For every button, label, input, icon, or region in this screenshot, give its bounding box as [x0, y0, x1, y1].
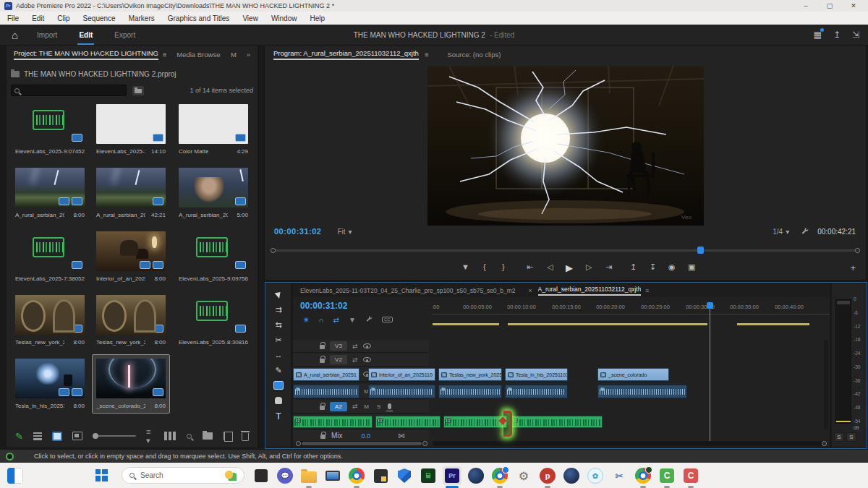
- source-assign-empty[interactable]: [297, 402, 315, 411]
- timeline-vertical-scrollbar[interactable]: [824, 340, 828, 429]
- solo-right-button[interactable]: S: [846, 432, 856, 442]
- lock-icon[interactable]: [320, 345, 325, 349]
- source-assign-empty[interactable]: [297, 355, 315, 364]
- monitor-settings-wrench-icon[interactable]: [801, 227, 809, 236]
- delete-icon[interactable]: [242, 433, 249, 441]
- sync-lock-icon[interactable]: ⇄: [352, 356, 358, 364]
- lock-icon[interactable]: [320, 435, 326, 439]
- mute-button[interactable]: M: [363, 403, 370, 410]
- automate-to-sequence-icon[interactable]: [164, 432, 176, 440]
- project-breadcrumb[interactable]: THE MAN WHO HACKED LIGHTNING 2.prproj: [11, 67, 253, 80]
- track-output-eye-icon[interactable]: [363, 357, 371, 362]
- audio-clip[interactable]: fx: [505, 385, 568, 398]
- mark-out-icon[interactable]: }: [502, 262, 505, 271]
- project-item-audio[interactable]: ElevenLabs_2025-...7:38052: [15, 231, 85, 282]
- close-icon[interactable]: ×: [529, 287, 532, 294]
- audio-clip[interactable]: fx: [293, 385, 359, 398]
- audio-clip[interactable]: fx: [438, 385, 502, 398]
- comparison-view-icon[interactable]: ▣: [688, 262, 695, 272]
- menu-file[interactable]: File: [7, 14, 19, 22]
- mix-gain-value[interactable]: 0.0: [362, 432, 371, 440]
- circle-app-icon[interactable]: [467, 466, 485, 485]
- file-explorer-icon[interactable]: [299, 466, 318, 485]
- project-item-audio[interactable]: ElevenLabs_2025-...8:30816: [179, 295, 248, 346]
- fit-track-icon[interactable]: ⋈: [398, 432, 405, 440]
- defender-shield-icon[interactable]: [395, 466, 414, 485]
- playback-resolution-dropdown[interactable]: 1/4▾: [773, 228, 789, 236]
- timeline-ruler[interactable]: 00:00 00:00:05:00 00:00:10:00 00:00:15:0…: [433, 299, 830, 327]
- extract-icon[interactable]: ↧: [650, 262, 656, 272]
- new-bin-icon[interactable]: [203, 432, 213, 440]
- music-clip[interactable]: fx: [293, 416, 373, 428]
- project-item-video[interactable]: A_rural_serbian_202...42:21: [96, 168, 166, 218]
- tab-audio-clip[interactable]: ElevenLabs_2025-11-03T20_04_25_Charlie_p…: [300, 287, 516, 294]
- linked-selection-icon[interactable]: ⇄: [333, 316, 339, 324]
- pen-tool[interactable]: ✎: [275, 365, 281, 375]
- fullscreen-icon[interactable]: ⇲: [852, 30, 859, 40]
- notes-app-icon[interactable]: [371, 466, 390, 485]
- emulator-icon[interactable]: ⌸: [419, 466, 438, 485]
- track-target-v3[interactable]: V3: [330, 341, 347, 351]
- taskbar-search[interactable]: Search: [122, 467, 244, 484]
- solo-left-button[interactable]: S: [834, 432, 844, 442]
- go-to-in-icon[interactable]: ⇤: [527, 262, 533, 272]
- timeline-clip[interactable]: fxTesla_in_his_20251103: [505, 368, 568, 381]
- track-output-eye-icon[interactable]: [363, 343, 371, 348]
- circle-app-2-icon[interactable]: [562, 466, 581, 485]
- type-tool[interactable]: T: [276, 411, 281, 421]
- project-item-color-matte[interactable]: Color Matte4:29: [179, 104, 248, 155]
- p-app-icon[interactable]: p: [538, 466, 557, 485]
- workspaces-icon[interactable]: ▦: [814, 30, 822, 40]
- project-item-video[interactable]: A_rural_serbian_2025...8:00: [15, 168, 85, 218]
- pc-app-icon[interactable]: [323, 466, 342, 485]
- panel-menu-icon[interactable]: ≡: [425, 51, 429, 59]
- task-view-icon[interactable]: [252, 466, 271, 485]
- camtasia-icon[interactable]: C: [658, 466, 676, 485]
- audio-track-a1-lane[interactable]: fx fx fx fx fx: [293, 384, 690, 399]
- lift-icon[interactable]: ↥: [630, 262, 637, 272]
- export-frame-icon[interactable]: ◉: [668, 262, 676, 272]
- teams-icon[interactable]: 💬: [276, 466, 294, 485]
- razor-tool[interactable]: ✂: [275, 335, 281, 345]
- source-assign-empty[interactable]: [297, 341, 315, 351]
- step-back-icon[interactable]: ◁: [547, 262, 553, 272]
- solo-button[interactable]: S: [375, 403, 383, 410]
- timeline-clip[interactable]: fx_scene_colorado: [597, 368, 669, 381]
- new-item-icon[interactable]: [224, 432, 231, 440]
- tab-sequence-active[interactable]: A_rural_serbian_202511032112_qxjth: [538, 286, 642, 296]
- settings-gear-icon[interactable]: ⚙: [514, 466, 533, 485]
- audio-clip[interactable]: fx: [368, 385, 435, 398]
- scrollbar-thumb[interactable]: [302, 442, 422, 445]
- tab-project[interactable]: Project: THE MAN WHO HACKED LIGHTNING 2: [14, 49, 158, 60]
- button-editor-plus-icon[interactable]: +: [850, 262, 856, 273]
- maximize-button[interactable]: ▢: [820, 2, 840, 9]
- panel-menu-icon[interactable]: ≡: [645, 287, 649, 294]
- video-track-v1-lane[interactable]: fxA_rural_serbian_20251 fxInterior_of_an…: [293, 367, 690, 382]
- icon-view-icon[interactable]: [52, 432, 63, 441]
- track-header-v2[interactable]: V2 ⇄: [293, 354, 429, 367]
- track-header-scrollbar[interactable]: [296, 441, 427, 446]
- timeline-horizontal-scrollbar[interactable]: [433, 441, 827, 446]
- tab-media-browser[interactable]: Media Browser: [176, 51, 221, 59]
- project-item-video[interactable]: Teslas_new_york_202...8:00: [96, 295, 166, 346]
- home-icon[interactable]: ⌂: [12, 29, 18, 41]
- add-marker-icon[interactable]: ▼: [461, 262, 469, 271]
- menu-graphics-titles[interactable]: Graphics and Titles: [168, 14, 230, 22]
- timeline-clip[interactable]: fxA_rural_serbian_20251: [293, 368, 359, 381]
- panel-menu-icon[interactable]: ≡: [163, 51, 167, 59]
- timeline-clip[interactable]: fxInterior_of_an_2025110: [368, 368, 435, 381]
- sync-lock-icon[interactable]: ⇄: [352, 343, 358, 350]
- menu-view[interactable]: View: [242, 14, 258, 22]
- track-target-a2[interactable]: A2: [330, 402, 347, 411]
- ripple-edit-tool[interactable]: ⇆: [275, 320, 281, 330]
- program-video-preview[interactable]: Veo: [427, 66, 704, 226]
- track-select-forward-tool[interactable]: ⇉: [275, 304, 281, 314]
- scrubber-start-handle[interactable]: [271, 248, 276, 253]
- timeline-settings-wrench-icon[interactable]: [365, 315, 373, 324]
- menu-edit[interactable]: Edit: [32, 14, 44, 22]
- timeline-current-timecode[interactable]: 00:00:31:02: [300, 301, 347, 311]
- snap-magnet-icon[interactable]: ∩: [318, 316, 323, 324]
- captions-icon[interactable]: CC: [382, 317, 393, 322]
- project-item-video[interactable]: Tesla_in_his_2025110...8:00: [15, 359, 85, 409]
- chrome-icon[interactable]: [347, 466, 366, 485]
